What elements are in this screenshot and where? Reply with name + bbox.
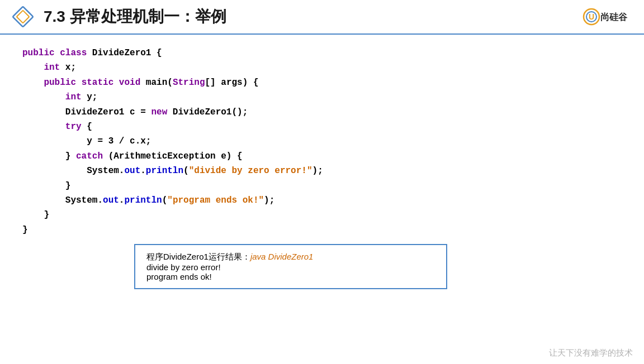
svg-text:U: U xyxy=(589,12,594,21)
main-content: public class DivideZero1 { int x; public… xyxy=(0,35,644,364)
code-line-7: y = 3 / c.x; xyxy=(22,134,622,149)
svg-rect-1 xyxy=(17,11,30,23)
code-line-12: } xyxy=(22,208,622,222)
shanguigu-logo: U 尚硅谷 xyxy=(583,6,633,28)
code-line-4: int y; xyxy=(22,90,622,104)
page-title: 7.3 异常处理机制一：举例 xyxy=(44,6,226,27)
code-line-3: public static void main(String[] args) { xyxy=(22,75,622,90)
code-line-11: System.out.println("program ends ok!"); xyxy=(22,193,622,208)
code-line-6: try { xyxy=(22,119,622,134)
code-line-1: public class DivideZero1 { xyxy=(22,46,622,60)
svg-rect-0 xyxy=(13,7,34,27)
brand-logo: U 尚硅谷 xyxy=(583,6,633,28)
svg-text:尚硅谷: 尚硅谷 xyxy=(600,12,628,22)
code-line-2: int x; xyxy=(22,60,622,75)
result-label: 程序DivideZero1运行结果： xyxy=(146,252,250,261)
result-command: java DivideZero1 xyxy=(250,252,314,261)
result-output2: program ends ok! xyxy=(146,272,435,281)
result-label-line: 程序DivideZero1运行结果：java DivideZero1 xyxy=(146,252,435,262)
code-line-5: DivideZero1 c = new DivideZero1(); xyxy=(22,105,622,119)
code-line-9: System.out.println("divide by zero error… xyxy=(22,164,622,178)
code-block: public class DivideZero1 { int x; public… xyxy=(22,46,622,237)
watermark: 让天下没有难学的技术 xyxy=(549,348,633,358)
code-line-10: } xyxy=(22,179,622,193)
result-output1: divide by zero error! xyxy=(146,262,435,272)
code-line-8: } catch (ArithmeticException e) { xyxy=(22,149,622,164)
code-line-13: } xyxy=(22,223,622,237)
result-box: 程序DivideZero1运行结果：java DivideZero1 divid… xyxy=(134,244,447,289)
header: 7.3 异常处理机制一：举例 U 尚硅谷 xyxy=(0,0,644,35)
diamond-logo-icon xyxy=(11,5,35,28)
